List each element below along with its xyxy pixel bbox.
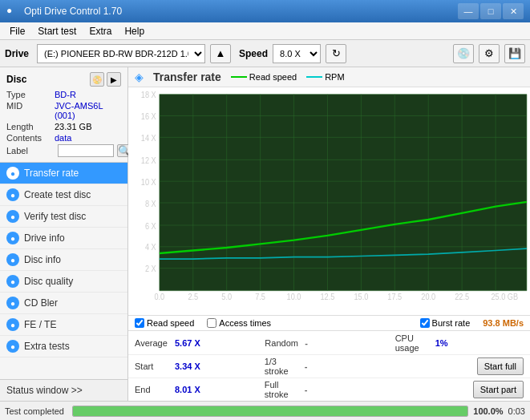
label-input[interactable] [58, 144, 114, 157]
verify-test-disc-icon: ● [6, 210, 19, 223]
stat-start: Start 3.34 X [135, 361, 265, 371]
app-title: Opti Drive Control 1.70 [24, 6, 458, 17]
svg-text:7.5: 7.5 [255, 293, 265, 302]
status-window-button[interactable]: Status window >> [0, 379, 127, 401]
disc-panel: Disc 📀 ▶ Type BD-R MID JVC-AMS6L (001) L… [0, 67, 127, 163]
sidebar-item-label-drive-info: Drive info [24, 232, 65, 244]
chart-area: ◈ Transfer rate Read speed RPM [128, 67, 530, 401]
svg-text:17.5: 17.5 [387, 293, 402, 302]
disc-icon-btn-1[interactable]: 📀 [90, 72, 104, 87]
burst-rate-checkbox[interactable] [420, 318, 430, 328]
stat-random-val: - [305, 338, 308, 348]
maximize-button[interactable]: □ [480, 3, 501, 19]
speed-select[interactable]: 8.0 X [273, 44, 321, 63]
svg-text:10 X: 10 X [141, 177, 156, 187]
stat-full-stroke-val: - [305, 385, 308, 394]
chart-title: Transfer rate [153, 71, 221, 83]
close-button[interactable]: ✕ [503, 3, 524, 19]
disc-icon-btn-2[interactable]: ▶ [107, 72, 121, 87]
read-speed-checkbox[interactable] [135, 318, 144, 328]
create-test-disc-icon: ● [6, 188, 19, 201]
sidebar-item-cd-bler[interactable]: ● CD Bler [0, 293, 127, 314]
sidebar-item-drive-info[interactable]: ● Drive info [0, 228, 127, 249]
access-times-checkbox-label[interactable]: Access times [207, 318, 271, 328]
svg-text:15.0: 15.0 [354, 293, 368, 302]
disc-contents-key: Contents [6, 133, 55, 143]
disc-label-row: Label 🔍 [6, 144, 121, 157]
stat-average-val: 5.67 X [175, 338, 200, 348]
legend-read-label: Read speed [249, 72, 297, 82]
statusbar: Test completed 100.0% 0:03 [0, 401, 530, 420]
svg-text:12 X: 12 X [141, 155, 156, 165]
disc-contents-val: data [55, 133, 71, 143]
status-text: Test completed [5, 406, 64, 416]
drive-label: Drive [5, 48, 29, 59]
titlebar: ● Opti Drive Control 1.70 — □ ✕ [0, 0, 530, 22]
sidebar-item-label-extra-tests: Extra tests [24, 341, 70, 352]
minimize-button[interactable]: — [458, 3, 479, 19]
sidebar-item-label-cd-bler: CD Bler [24, 297, 58, 309]
svg-text:8 X: 8 X [145, 199, 156, 208]
burst-rate-value: 93.8 MB/s [483, 318, 524, 328]
sidebar-item-verify-test-disc[interactable]: ● Verify test disc [0, 206, 127, 228]
status-window-label: Status window >> [6, 385, 83, 396]
save-button[interactable]: 💾 [504, 44, 525, 63]
stats-row-1: Average 5.67 X Random - CPU usage 1% [128, 330, 530, 354]
sidebar-item-transfer-rate[interactable]: ● Transfer rate [0, 163, 127, 184]
sidebar-item-extra-tests[interactable]: ● Extra tests [0, 336, 127, 357]
sidebar-item-create-test-disc[interactable]: ● Create test disc [0, 184, 127, 206]
sidebar-item-disc-quality[interactable]: ● Disc quality [0, 271, 127, 293]
legend-rpm-label: RPM [325, 72, 344, 82]
sidebar-item-fe-te[interactable]: ● FE / TE [0, 314, 127, 336]
speed-label: Speed [239, 48, 268, 59]
stat-start-val: 3.34 X [175, 361, 200, 371]
menu-extra[interactable]: Extra [83, 24, 118, 38]
toolbar: Drive (E:) PIONEER BD-RW BDR-212D 1.01 ▲… [0, 40, 530, 67]
menubar: File Start test Extra Help [0, 22, 530, 40]
svg-text:2.5: 2.5 [188, 293, 198, 302]
chart-icon: ◈ [135, 71, 144, 83]
read-speed-checkbox-label[interactable]: Read speed [135, 318, 194, 328]
refresh-button[interactable]: ↻ [326, 44, 346, 63]
stat-cpu: CPU usage 1% [395, 333, 524, 353]
settings-button[interactable]: ⚙ [479, 44, 500, 63]
stat-end: End 8.01 X [135, 385, 265, 394]
menu-file[interactable]: File [3, 24, 31, 38]
disc-section-title: Disc [6, 74, 26, 85]
disc-label-key: Label [6, 146, 55, 155]
svg-text:14 X: 14 X [141, 133, 156, 143]
start-full-button[interactable]: Start full [477, 357, 524, 375]
access-times-checkbox[interactable] [207, 318, 216, 328]
legend-line-rpm [306, 76, 322, 78]
disc-type-key: Type [6, 90, 55, 99]
burst-rate-checkbox-text: Burst rate [432, 318, 471, 328]
disc-button[interactable]: 💿 [453, 44, 474, 63]
read-speed-checkbox-text: Read speed [147, 318, 194, 328]
drive-select[interactable]: (E:) PIONEER BD-RW BDR-212D 1.01 [37, 44, 205, 63]
menu-help[interactable]: Help [118, 24, 151, 38]
drive-info-icon: ● [6, 232, 19, 244]
burst-rate-checkbox-label[interactable]: Burst rate [420, 318, 471, 328]
menu-start-test[interactable]: Start test [31, 24, 83, 38]
stat-stroke-1-3-val: - [305, 361, 308, 371]
app-icon: ● [6, 5, 19, 18]
sidebar-item-disc-info[interactable]: ● Disc info [0, 249, 127, 271]
stats-row-3: End 8.01 X Full stroke - Start part [128, 378, 530, 401]
svg-rect-0 [160, 95, 527, 291]
cd-bler-icon: ● [6, 297, 19, 309]
start-part-button[interactable]: Start part [473, 381, 524, 398]
stat-random: Random - [265, 333, 393, 353]
content-area: Disc 📀 ▶ Type BD-R MID JVC-AMS6L (001) L… [0, 67, 530, 401]
sidebar-item-label-fe-te: FE / TE [24, 319, 56, 330]
svg-text:0.0: 0.0 [154, 293, 164, 302]
chart-svg: 18 X 16 X 14 X 12 X 10 X 8 X 6 X 4 X 2 X… [128, 91, 530, 315]
stat-end-val: 8.01 X [175, 385, 200, 394]
stat-random-key: Random [265, 338, 301, 348]
eject-button[interactable]: ▲ [210, 44, 231, 63]
legend-rpm: RPM [306, 72, 344, 82]
stat-stroke-1-3-key: 1/3 stroke [265, 357, 301, 376]
svg-text:10.0: 10.0 [287, 293, 301, 302]
status-time: 0:03 [508, 406, 525, 416]
sidebar-item-label-disc-info: Disc info [24, 254, 61, 265]
stat-stroke-1-3: 1/3 stroke - [265, 357, 394, 376]
